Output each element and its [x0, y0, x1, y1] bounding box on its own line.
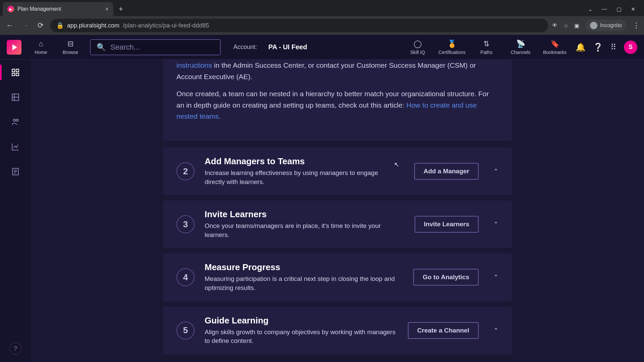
log-icon [11, 167, 20, 176]
browser-tab-bar: ▶ Plan Management × + ⌄ ― ▢ ✕ [0, 0, 644, 16]
maximize-icon[interactable]: ▢ [616, 6, 622, 12]
reload-button[interactable]: ⟳ [35, 20, 46, 31]
sidebar-analytics[interactable] [9, 140, 22, 154]
chevron-up-icon[interactable]: ⌃ [493, 221, 498, 228]
bell-icon[interactable]: 🔔 [576, 43, 586, 52]
skill-iq-icon: ◯ [414, 40, 422, 48]
chevron-down-icon[interactable]: ⌄ [588, 6, 592, 12]
nav-certifications-label: Certifications [438, 50, 466, 55]
create-channel-button[interactable]: Create a Channel [408, 322, 479, 339]
sidebar-log[interactable] [9, 165, 22, 178]
dashboard-icon [11, 68, 20, 77]
incognito-chip[interactable]: Incognito [585, 20, 627, 31]
tab-favicon: ▶ [7, 6, 14, 12]
tab-title: Plan Management [17, 6, 102, 12]
app-logo[interactable] [7, 40, 21, 55]
step-title: Add Managers to Teams [205, 156, 404, 167]
nav-bookmarks[interactable]: 🔖 Bookmarks [541, 40, 568, 55]
step-card-4: 4 Measure Progress Measuring participati… [163, 253, 512, 301]
close-icon[interactable]: × [105, 6, 109, 13]
window-controls: ⌄ ― ▢ ✕ [588, 6, 641, 12]
extensions-icon[interactable]: ▣ [574, 22, 579, 29]
url-path: /plan-analytics/pa-ui-feed-ddd85 [123, 22, 209, 29]
step-card-5: 5 Guide Learning Align skills growth to … [163, 307, 512, 354]
chevron-up-icon[interactable]: ⌃ [493, 327, 498, 334]
help-icon[interactable]: ❔ [593, 43, 603, 52]
nav-skill-iq-label: Skill IQ [410, 50, 425, 55]
star-icon[interactable]: ☆ [564, 22, 568, 29]
step-desc: Once your teams/managers are in place, i… [205, 222, 399, 239]
nav-browse[interactable]: ⊟ Browse [60, 40, 80, 55]
intro-block: instructions in the Admin Success Center… [163, 60, 512, 141]
account-label: Account: [233, 44, 257, 51]
new-tab-button[interactable]: + [115, 5, 126, 13]
instructions-link[interactable]: instructions [176, 61, 212, 69]
step-title: Invite Learners [205, 209, 405, 220]
add-manager-button[interactable]: Add a Manager [414, 163, 479, 180]
bookmarks-icon: 🔖 [550, 40, 559, 48]
step-title: Measure Progress [205, 262, 403, 273]
analytics-icon [11, 142, 20, 151]
invite-learners-button[interactable]: Invite Learners [415, 216, 479, 233]
lock-icon: 🔒 [56, 22, 64, 29]
eye-off-icon[interactable]: 👁 [552, 22, 557, 28]
chevron-up-icon[interactable]: ⌃ [493, 274, 498, 281]
svg-rect-0 [12, 69, 15, 72]
svg-rect-3 [16, 73, 19, 76]
step-number: 2 [176, 162, 195, 180]
step-desc: Align skills growth to company objective… [205, 328, 398, 346]
avatar[interactable]: S [624, 41, 637, 54]
search-box[interactable]: 🔍 [90, 39, 221, 55]
nav-certifications[interactable]: 🏅 Certifications [438, 40, 466, 55]
forward-button[interactable]: → [19, 20, 31, 31]
close-window-icon[interactable]: ✕ [631, 6, 635, 12]
url-field[interactable]: 🔒 app.pluralsight.com/plan-analytics/pa-… [50, 19, 548, 32]
intro-para1: instructions in the Admin Success Center… [176, 60, 498, 82]
browse-icon: ⊟ [67, 40, 73, 48]
nav-channels-label: Channels [511, 50, 530, 55]
step-desc: Increase learning effectiveness by using… [205, 169, 399, 186]
account-name: PA - UI Feed [268, 43, 307, 51]
step-desc: Measuring participation is a critical ne… [205, 275, 399, 292]
search-icon: 🔍 [97, 43, 106, 52]
search-input[interactable] [110, 43, 214, 52]
svg-rect-2 [12, 73, 15, 76]
step-number: 3 [176, 215, 195, 233]
apps-grid-icon[interactable]: ⠿ [610, 43, 616, 52]
incognito-icon [590, 22, 597, 29]
step-number: 4 [176, 268, 195, 286]
chevron-up-icon[interactable]: ⌃ [493, 168, 498, 175]
org-icon [11, 93, 20, 102]
sidebar-people[interactable] [9, 115, 22, 129]
sidebar-dashboard[interactable] [9, 66, 22, 79]
nav-skill-iq[interactable]: ◯ Skill IQ [404, 40, 431, 55]
go-to-analytics-button[interactable]: Go to Analytics [413, 269, 479, 286]
nav-channels[interactable]: 📡 Channels [507, 40, 534, 55]
step-card-3: 3 Invite Learners Once your teams/manage… [163, 200, 512, 248]
url-host: app.pluralsight.com [67, 22, 119, 29]
nav-home-label: Home [35, 50, 47, 55]
kebab-icon[interactable]: ⋮ [633, 21, 640, 30]
main-content: instructions in the Admin Success Center… [31, 60, 644, 362]
home-icon: ⌂ [39, 40, 43, 48]
nav-home[interactable]: ⌂ Home [31, 40, 51, 55]
minimize-icon[interactable]: ― [602, 6, 607, 12]
paths-icon: ⇅ [483, 40, 489, 48]
sidebar-help[interactable]: ? [9, 343, 21, 355]
nav-bookmarks-label: Bookmarks [543, 50, 567, 55]
app-header: ⌂ Home ⊟ Browse 🔍 Account: PA - UI Feed … [0, 35, 644, 60]
address-bar: ← → ⟳ 🔒 app.pluralsight.com/plan-analyti… [0, 16, 644, 35]
svg-point-8 [16, 119, 18, 121]
sidebar: ? [0, 60, 31, 362]
back-button[interactable]: ← [4, 20, 15, 31]
step-number: 5 [176, 321, 195, 340]
nav-paths-label: Paths [480, 50, 492, 55]
incognito-label: Incognito [600, 22, 622, 28]
channels-icon: 📡 [516, 40, 525, 48]
people-icon [11, 118, 20, 126]
browser-tab[interactable]: ▶ Plan Management × [3, 2, 113, 16]
nav-paths[interactable]: ⇅ Paths [473, 40, 500, 55]
sidebar-org[interactable] [9, 90, 22, 104]
step-card-2: 2 Add Managers to Teams Increase learnin… [163, 147, 512, 195]
intro-para2: Once created, a team can be nested in a … [176, 88, 498, 122]
